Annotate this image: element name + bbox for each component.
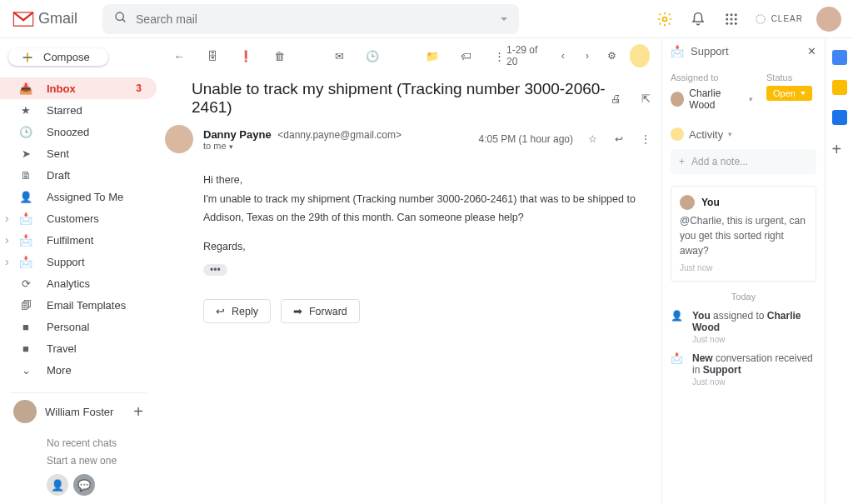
more-icon[interactable]: ⋮ (491, 50, 506, 62)
app-header: Gmail CLEAR (0, 0, 853, 38)
hangouts-chat-icon[interactable]: 💬 (73, 474, 95, 496)
svg-point-7 (730, 17, 732, 20)
mark-unread-icon[interactable]: ✉ (332, 50, 347, 62)
reply-actions: ↩Reply ➡Forward (165, 287, 656, 323)
star-icon: ★ (18, 104, 33, 117)
nav-draft[interactable]: 🗎Draft (0, 164, 157, 186)
delete-icon[interactable]: 🗑 (272, 50, 287, 62)
body-signoff: Regards, (203, 238, 645, 256)
forward-button[interactable]: ➡Forward (281, 299, 360, 323)
nav-support[interactable]: 📩Support (0, 251, 157, 272)
nav-personal[interactable]: ■Personal (0, 316, 157, 337)
logo-text: Gmail (38, 10, 77, 27)
snooze-icon[interactable]: 🕒 (365, 50, 380, 62)
nav-label: Sent (47, 147, 69, 160)
nav-travel[interactable]: ■Travel (0, 337, 157, 359)
svg-point-10 (730, 22, 732, 24)
nav-label: Snoozed (47, 126, 89, 138)
nav-analytics[interactable]: ⟳Analytics (0, 272, 157, 294)
subject-row: Unable to track my shipment (Tracking nu… (165, 73, 656, 125)
start-chat-link[interactable]: Start a new one (47, 452, 157, 469)
nav-label: Customers (47, 212, 99, 225)
archive-icon[interactable]: 🗄 (205, 50, 220, 62)
calendar-addon-icon[interactable] (832, 50, 847, 65)
hangouts-person-icon[interactable]: 👤 (47, 474, 68, 496)
apps-grid-icon[interactable] (721, 9, 741, 29)
support-panel: 📩 Support ✕ Assigned to Charlie Wood ▾ S… (661, 38, 825, 504)
nav-snoozed[interactable]: 🕒Snoozed (0, 121, 157, 142)
profile-avatar[interactable] (13, 400, 37, 423)
tasks-addon-icon[interactable] (832, 110, 847, 125)
settings-gear-icon[interactable] (655, 9, 675, 29)
feed-target: Support (703, 364, 741, 376)
sender-email: <danny.payne@gmail.com> (277, 129, 402, 141)
search-icon (114, 11, 127, 27)
folder-icon: 📩 (18, 256, 33, 268)
close-panel-icon[interactable]: ✕ (807, 45, 816, 57)
forward-label: Forward (309, 306, 347, 317)
plus-icon: + (679, 156, 685, 167)
nav-label: Analytics (47, 277, 90, 290)
chats-hint: No recent chats Start a new one (0, 435, 157, 469)
inbox-count: 3 (136, 82, 142, 94)
back-arrow-icon[interactable]: ← (172, 50, 187, 62)
nav-sent[interactable]: ➤Sent (0, 142, 157, 164)
reply-icon[interactable]: ↩ (611, 133, 626, 145)
svg-point-11 (734, 22, 736, 24)
forward-arrow-icon: ➡ (293, 305, 302, 317)
sender-name: Danny Payne (203, 128, 272, 141)
message-more-icon[interactable]: ⋮ (638, 133, 653, 145)
svg-point-12 (756, 14, 765, 23)
nav-assigned[interactable]: 👤Assigned To Me (0, 186, 157, 207)
nav-label: More (47, 364, 72, 377)
svg-point-5 (734, 13, 736, 16)
add-note-input[interactable]: + Add a note... (671, 149, 816, 174)
nav-email-templates[interactable]: 🗐Email Templates (0, 294, 157, 316)
sender-avatar[interactable] (165, 125, 193, 153)
today-divider: Today (671, 292, 816, 302)
feed-actor: New (692, 352, 713, 364)
folder-icon: 📩 (18, 212, 33, 225)
compose-button[interactable]: Compose (8, 48, 108, 66)
compose-label: Compose (43, 51, 90, 63)
nav-inbox[interactable]: 📥Inbox3 (0, 77, 157, 99)
new-chat-plus-icon[interactable]: + (133, 402, 143, 422)
nav-customers[interactable]: 📩Customers (0, 207, 157, 229)
addon-avatar[interactable] (630, 44, 650, 67)
popout-icon[interactable]: ⇱ (638, 92, 653, 105)
labels-icon[interactable]: 🏷 (458, 50, 473, 62)
to-caret-icon[interactable]: ▾ (229, 142, 233, 151)
search-bar[interactable] (102, 4, 519, 34)
prev-page-icon[interactable]: ‹ (556, 50, 569, 62)
report-spam-icon[interactable]: ❗ (238, 50, 253, 62)
user-avatar[interactable] (816, 7, 841, 32)
move-to-icon[interactable]: 📁 (425, 50, 440, 62)
search-input[interactable] (136, 12, 496, 26)
support-inbox-icon: 📩 (671, 45, 684, 57)
body-greeting: Hi there, (203, 172, 645, 189)
gmail-logo[interactable]: Gmail (12, 10, 77, 28)
feed-time: Just now (692, 377, 816, 387)
print-icon[interactable]: 🖨 (608, 92, 623, 105)
sidebar: Compose 📥Inbox3 ★Starred 🕒Snoozed ➤Sent … (0, 38, 157, 504)
analytics-icon: ⟳ (18, 277, 33, 290)
show-trimmed-icon[interactable]: ••• (203, 264, 227, 276)
star-message-icon[interactable]: ☆ (585, 133, 600, 145)
activity-header[interactable]: Activity ▾ (671, 127, 816, 141)
assignee-dropdown[interactable]: Charlie Wood ▾ (671, 87, 753, 111)
keep-addon-icon[interactable] (832, 80, 847, 95)
nav-label: Support (47, 256, 85, 268)
nav-label: Draft (47, 169, 70, 182)
clear-button[interactable]: CLEAR (755, 13, 803, 25)
nav-more[interactable]: ⌄More (0, 359, 157, 381)
search-options-caret-icon[interactable] (501, 17, 507, 21)
nav-fulfilment[interactable]: 📩Fulfilment (0, 229, 157, 251)
nav-starred[interactable]: ★Starred (0, 99, 157, 121)
status-dropdown[interactable]: Open (766, 86, 812, 101)
get-addons-icon[interactable]: + (832, 140, 847, 155)
plus-icon (20, 50, 35, 65)
reply-button[interactable]: ↩Reply (203, 299, 271, 323)
next-page-icon[interactable]: › (581, 50, 593, 62)
notifications-bell-icon[interactable] (688, 9, 708, 29)
settings-icon[interactable]: ⚙ (606, 50, 618, 62)
